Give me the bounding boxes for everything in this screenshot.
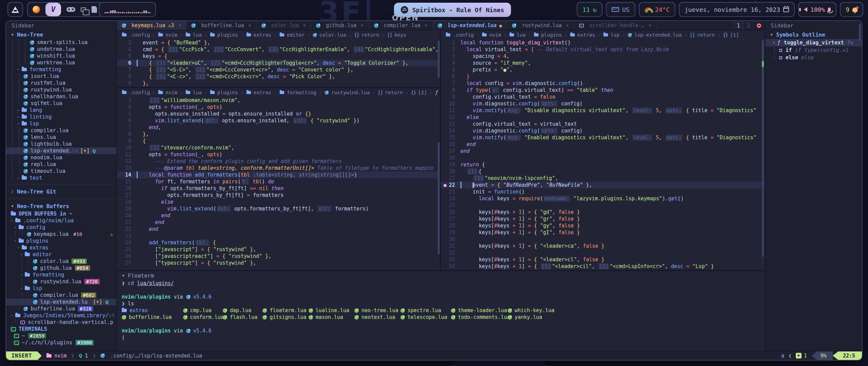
scrollbar-handle[interactable]	[762, 40, 764, 257]
code-line[interactable]: 9 },	[117, 80, 440, 87]
file-row[interactable]: │ │ │ smart-splits.lua	[6, 39, 116, 46]
buffer-row[interactable]: ▾formatting	[6, 271, 116, 278]
buffer-row[interactable]: │ └ rustywind.lua#726	[6, 278, 116, 285]
pin-icon[interactable]	[757, 23, 761, 28]
close-icon[interactable]: ×	[361, 22, 364, 28]
code-line[interactable]: 34 keys[#keys + 1] = { [1]"<leader>cil",…	[441, 263, 765, 270]
file-row[interactable]: │ └ sqlfmt.lua	[6, 100, 116, 107]
ls-item[interactable]: neo-tree.lua	[354, 307, 400, 314]
buffer-row[interactable]: ▾lsp	[6, 285, 116, 292]
code-line[interactable]: 23	[117, 232, 440, 239]
window-color-lua[interactable]: .config›nvim›lua›plugins›extras›editor›c…	[117, 30, 440, 88]
file-row[interactable]: │ │ isort.lua	[6, 73, 116, 80]
file-row[interactable]: │ │ repl.lua	[6, 161, 116, 168]
terminal-output[interactable]: ❯ cd lua/plugins/nvim/lua/plugins via v5…	[117, 280, 765, 341]
file-row[interactable]: │ └ timeout.lua	[6, 168, 116, 175]
close-icon[interactable]: ×	[425, 22, 428, 28]
code-line[interactable]: 21 end	[117, 219, 440, 226]
scrollbar[interactable]	[438, 41, 440, 78]
code-line[interactable]: 19return {	[441, 161, 765, 168]
file-row[interactable]: │ ▸test	[6, 175, 116, 181]
ls-item[interactable]: yanky.lua	[508, 314, 550, 321]
code-line[interactable]: 15 vim.notify(msg: "Enabled diagnostics …	[441, 134, 765, 141]
symbol-row[interactable]: └ elseelse	[765, 54, 862, 61]
buffer-row[interactable]: │ └ lsp-extended.lu [+]	[6, 299, 116, 305]
code-line[interactable]: 32	[441, 249, 765, 256]
file-row[interactable]: │ ▾lsp	[6, 120, 116, 127]
ls-item[interactable]: telescope.lua	[400, 314, 451, 321]
code-line[interactable]: 3 event = { "BufRead" },	[117, 39, 440, 46]
file-row[interactable]: │ │ rustfmt.lua	[6, 80, 116, 86]
buffer-row[interactable]: │ │ compiler.lua#682	[6, 292, 116, 299]
buffer-row[interactable]: >_TERMINALS	[6, 326, 116, 332]
code-line[interactable]: 17end	[441, 148, 765, 155]
gamepad-icon[interactable]	[66, 7, 75, 12]
close-icon[interactable]: ×	[566, 22, 569, 28]
code-line[interactable]: 30	[441, 236, 765, 243]
ls-item[interactable]: flash.lua	[223, 314, 262, 321]
tab-rustywind-lua[interactable]: rustywind.lua×	[507, 21, 574, 30]
ls-item[interactable]: todo-comments.lua	[451, 314, 508, 321]
close-icon[interactable]: ×	[178, 22, 181, 28]
symbols-outline-header[interactable]: ▾Symbols Outline	[765, 30, 862, 39]
symbol-row[interactable]: ▾ƒtoggle_diag_virtextfu	[765, 39, 862, 46]
floaterm-panel[interactable]: ▾Floaterm ❯ cd lua/plugins/nvim/lua/plug…	[117, 270, 765, 351]
ls-item[interactable]: spectre.lua	[400, 307, 451, 314]
code-line[interactable]: 27 keys[#keys + 1] = { "gr", false }	[441, 216, 765, 222]
code-line[interactable]: 13 config.virtual_text = virtual_text	[441, 121, 765, 127]
ls-item[interactable]: dap.lua	[223, 307, 262, 314]
ls-item[interactable]: lualine.lua	[309, 307, 354, 314]
scrollbar-track[interactable]	[762, 40, 764, 269]
code-buffer[interactable]: 1local function toggle_diag_virtext()2 l…	[441, 39, 765, 270]
file-row[interactable]: │ │ └ worktree.lua	[6, 59, 116, 66]
code-line[interactable]: 27 ["typescript"] = { "rustywind" },	[117, 260, 440, 266]
code-line[interactable]: 13 ---@param tbl table<string, conform.F…	[117, 165, 440, 171]
ls-item[interactable]: gitsigns.lua	[262, 314, 308, 321]
code-line[interactable]: 16 end	[441, 141, 765, 148]
code-line[interactable]: 2 local virtual_text = { -- Default virt…	[441, 46, 765, 53]
code-line[interactable]: 8 if type(v: config.virtual_text) == "ta…	[441, 87, 765, 94]
file-row[interactable]: │ │ rustywind.lua	[6, 86, 116, 93]
ls-item[interactable]: which-key.lua	[508, 307, 550, 314]
code-line[interactable]: 25 ["javascript"] = { "rustywind" },	[117, 246, 440, 253]
code-line[interactable]: 14 vim.diagnostic.config(opts: config)	[441, 127, 765, 134]
code-line[interactable]: 25	[441, 202, 765, 209]
code-line[interactable]: 7 local config = vim.diagnostic.config()	[441, 80, 765, 87]
buffer-row[interactable]: │ └ keymaps.lua#10⚠	[6, 231, 116, 238]
code-line[interactable]: 18 else	[117, 199, 440, 205]
buffer-row[interactable]: >_~#2859	[6, 332, 116, 339]
file-row[interactable]: │ ▸linting	[6, 114, 116, 120]
tab-compiler-lua[interactable]: compiler.lua×	[369, 21, 433, 30]
code-line[interactable]: 11 opts = function(_, opts)	[117, 151, 440, 158]
file-row[interactable]: │ │ │ winshift.lua	[6, 53, 116, 59]
close-icon[interactable]: ×	[303, 22, 306, 28]
code-line[interactable]: 4 opts = function(_, opts)	[117, 104, 440, 110]
ls-item[interactable]: neotest.lua	[354, 314, 400, 321]
buffer-row[interactable]: ▾extras	[6, 244, 116, 251]
file-row[interactable]: │ ▾formatting	[6, 66, 116, 73]
code-line[interactable]: 4 cmd = { [1]"CccPick", [2]"CccConvert",…	[117, 46, 440, 53]
ls-item[interactable]: conform.lua	[183, 314, 223, 321]
buffer-row[interactable]: └ scrollbar-handle-vertical.p	[6, 319, 116, 326]
code-line[interactable]: 6 { [1]"<leader>uC", [2]"<cmd>CccHighlig…	[117, 60, 440, 66]
ls-item[interactable]: cmp.lua	[183, 307, 223, 314]
neotree-buffers-header[interactable]: ▾Neo-Tree Buffers	[6, 202, 116, 210]
file-row[interactable]: │ │ lens.lua	[6, 134, 116, 141]
code-line[interactable]: 6 vim.list_extend(dst: opts.ensure_insta…	[117, 117, 440, 124]
file-row[interactable]: │ │ lsp-extended.lu[+]	[6, 147, 116, 154]
code-line[interactable]: 12 else	[441, 114, 765, 121]
buffer-row[interactable]: └ bufferline.lua#328	[6, 305, 116, 312]
tab-bufferline-lua[interactable]: bufferline.lua×	[186, 21, 256, 30]
code-line[interactable]: 22 end	[117, 226, 440, 232]
code-line[interactable]: 15 for ft, formatters in pairs(t: tbl) d…	[117, 178, 440, 185]
code-line[interactable]: 9 config.virtual_text = false	[441, 94, 765, 100]
tabpage-2[interactable]: 2	[743, 21, 753, 30]
tab-lsp-extended-lua[interactable]: lsp-extended.lua●	[433, 21, 507, 30]
code-buffer[interactable]: 3 event = { "BufRead" },4 cmd = { [1]"Cc…	[117, 39, 440, 87]
audio-module[interactable]: 100%	[798, 2, 836, 17]
now-playing-widget[interactable]: Spiritbox - Rule Of Nines	[394, 3, 511, 17]
code-line[interactable]: 24 local keys = require(modname: "lazyvi…	[441, 195, 765, 202]
buffer-row[interactable]: ▾.config/nvim/lua	[6, 217, 116, 224]
code-line[interactable]: 5 opts.ensure_installed = opts.ensure_in…	[117, 110, 440, 117]
files-icon[interactable]	[92, 6, 97, 13]
